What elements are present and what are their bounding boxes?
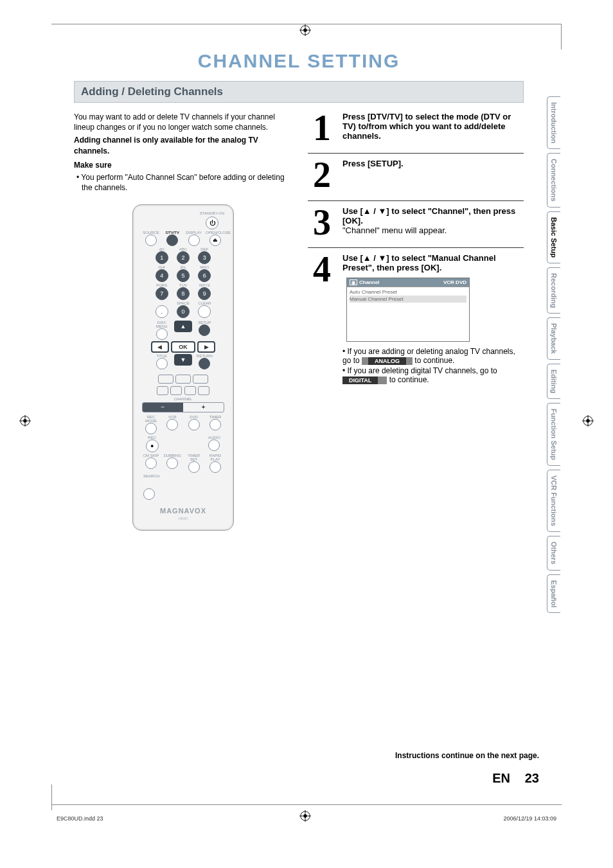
- osd-mode: VCR DVD: [443, 279, 466, 285]
- key-8: 8: [177, 287, 190, 300]
- step-3: 3 Use [▲ / ▼] to select "Channel", then …: [308, 204, 524, 248]
- audio-label: AUDIO: [204, 436, 224, 439]
- tab-recording[interactable]: Recording: [547, 267, 560, 314]
- setup-button: [199, 324, 210, 336]
- cmskip-label: CM SKIP: [141, 454, 161, 457]
- channel-plus-button: +: [183, 403, 224, 412]
- rec-button: ●: [146, 439, 159, 452]
- trim-line: [51, 804, 562, 805]
- registration-mark-icon: [19, 415, 31, 427]
- nav-down-button: ▼: [174, 354, 192, 366]
- digital-pill: DIGITAL: [342, 376, 387, 384]
- nav-left-button: ◀: [151, 341, 169, 353]
- key-3: 3: [198, 251, 211, 264]
- intro-text-1: You may want to add or delete TV channel…: [74, 112, 292, 132]
- rapid-button: [209, 461, 221, 473]
- channel-bar: − +: [142, 402, 224, 412]
- tab-editing[interactable]: Editing: [547, 364, 560, 399]
- dvd-button: [188, 419, 200, 430]
- nav-up-button: ▲: [174, 321, 192, 332]
- standby-button: ⏻: [206, 217, 218, 229]
- title-button: [156, 358, 168, 369]
- trim-line: [51, 24, 562, 24]
- page-language: EN: [492, 771, 510, 786]
- source-button: [145, 235, 157, 246]
- recmode-label: REC MODE: [141, 415, 161, 423]
- trim-corner: [553, 24, 562, 49]
- page-number: 23: [525, 771, 539, 786]
- nav-right-button: ▶: [197, 341, 215, 353]
- timer-button: [209, 419, 221, 430]
- channel-minus-button: −: [143, 403, 183, 412]
- rec-label: REC: [143, 436, 162, 439]
- rew-button: [170, 386, 182, 395]
- key-7: 7: [155, 287, 168, 300]
- continue-note: Instructions continue on the next page.: [395, 751, 539, 760]
- key-4: 4: [155, 269, 168, 282]
- key-clear: [198, 305, 211, 318]
- recmode-button: [145, 423, 157, 434]
- tab-function-setup[interactable]: Function Setup: [547, 403, 560, 466]
- openclose-button: ⏏: [209, 235, 221, 246]
- key-5: 5: [177, 269, 190, 282]
- intro-text-2: Adding channel is only available for the…: [74, 135, 292, 155]
- key-2: 2: [177, 251, 190, 264]
- step-1-text: Press [DTV/TV] to select the mode (DTV o…: [342, 112, 511, 141]
- file-meta-left: E9C80UD.indd 23: [57, 815, 103, 822]
- tab-connections[interactable]: Connections: [547, 153, 560, 208]
- tab-basic-setup[interactable]: Basic Setup: [547, 211, 560, 263]
- stop-button: [198, 386, 209, 395]
- osd-item-auto: Auto Channel Preset: [350, 288, 466, 296]
- prev-button: [158, 375, 173, 384]
- registration-mark-icon: [299, 24, 311, 36]
- tab-espanol[interactable]: Español: [547, 574, 560, 614]
- timerset-button: [188, 461, 200, 473]
- discmenu-button: [156, 328, 168, 340]
- search-label: SEARCH: [143, 474, 228, 478]
- tab-introduction[interactable]: Introduction: [547, 96, 560, 149]
- search-button: [143, 488, 155, 500]
- tab-others[interactable]: Others: [547, 536, 560, 570]
- return-button: [199, 358, 210, 369]
- key-6: 6: [198, 269, 211, 282]
- left-column: You may want to add or delete TV channel…: [74, 109, 292, 531]
- registration-mark-icon: [582, 415, 594, 427]
- brand-logo: MAGNAVOX: [138, 506, 228, 516]
- key-9: 9: [198, 287, 211, 300]
- step-3-line1: Use [▲ / ▼] to select "Channel", then pr…: [342, 206, 515, 226]
- step-4-line1: Use [▲ / ▼] to select "Manual Channel Pr…: [342, 253, 496, 272]
- key-1: 1: [155, 251, 168, 264]
- page-container: Introduction Connections Basic Setup Rec…: [0, 0, 613, 868]
- file-meta-right: 2006/12/19 14:03:09: [503, 815, 556, 822]
- dtvtv-button: [166, 235, 178, 246]
- audio-button: [208, 439, 220, 451]
- step-number: 3: [308, 206, 336, 238]
- osd-title: ◉Channel: [350, 279, 380, 285]
- display-button: [188, 235, 200, 246]
- vcr-button: [166, 419, 178, 430]
- tab-playback[interactable]: Playback: [547, 317, 560, 360]
- discmenu-label: DISC MENU: [152, 321, 172, 328]
- dubbing-label: DUBBING: [163, 454, 182, 457]
- standby-label: STANDBY-ON: [138, 211, 228, 215]
- next-button: [193, 375, 208, 384]
- right-column: 1 Press [DTV/TV] to select the mode (DTV…: [308, 109, 524, 531]
- ff-button: [184, 386, 196, 395]
- timer-label: TIMER: [206, 415, 225, 419]
- make-sure-heading: Make sure: [74, 160, 292, 170]
- step-4-note-digital: • If you are deleting digital TV channel…: [342, 366, 524, 384]
- step-3-line2: "Channel" menu will appear.: [342, 226, 447, 235]
- step-number: 4: [308, 253, 336, 384]
- step-number: 2: [308, 159, 336, 191]
- vcr-label: VCR: [163, 415, 182, 419]
- key-0: 0: [177, 305, 190, 318]
- trim-corner: [51, 784, 60, 810]
- step-2: 2 Press [SETUP].: [308, 156, 524, 200]
- tab-vcr-functions[interactable]: VCR Functions: [547, 470, 560, 532]
- registration-mark-icon: [299, 810, 311, 822]
- timerset-label: TIMERSET: [184, 454, 204, 461]
- analog-pill: ANALOG: [362, 357, 413, 365]
- step-2-text: Press [SETUP].: [342, 159, 404, 168]
- cmskip-button: [145, 457, 157, 469]
- content-area: CHANNEL SETTING Adding / Deleting Channe…: [74, 50, 524, 531]
